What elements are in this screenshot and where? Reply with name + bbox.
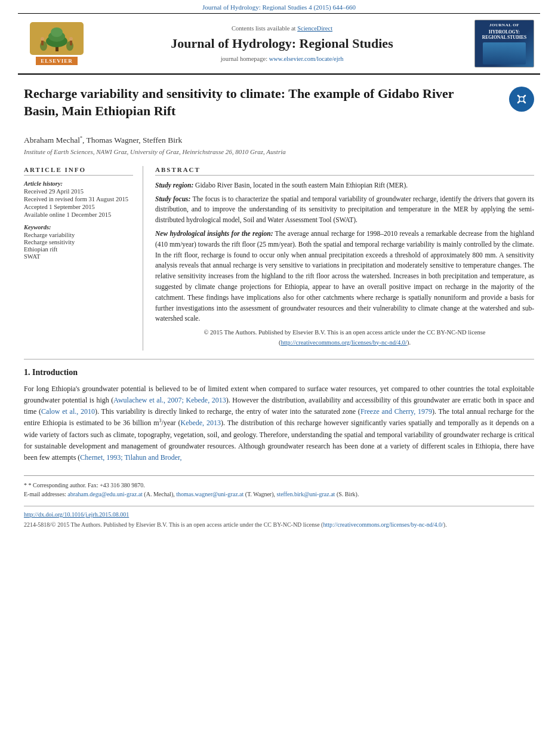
study-region-text: Gidabo River Basin, located in the south… (195, 182, 408, 189)
copyright-text: © 2015 The Authors. Published by Elsevie… (204, 329, 486, 345)
author-birk: Steffen Birk (143, 136, 182, 145)
corresponding-author-note: * * Corresponding author. Fax: +43 316 3… (24, 481, 534, 490)
keyword-3: Ethiopian rift (24, 246, 133, 253)
ref-kebede[interactable]: Kebede, 2013 (180, 419, 221, 427)
journal-title-section: Contents lists available at ScienceDirec… (95, 20, 468, 67)
journal-header: ELSEVIER Contents lists available at Sci… (18, 13, 540, 75)
footer-license-link[interactable]: http://creativecommons.org/licenses/by-n… (323, 521, 443, 528)
cc-license-link[interactable]: http://creativecommons.org/licenses/by-n… (280, 339, 407, 346)
article-info-panel: ARTICLE INFO Article history: Received 2… (24, 166, 143, 351)
article-info-heading: ARTICLE INFO (24, 166, 133, 176)
received-date: Received 29 April 2015 (24, 188, 133, 195)
abstract-heading: ABSTRACT (155, 166, 534, 176)
email3-link[interactable]: steffen.birk@uni-graz.at (277, 491, 335, 497)
journal-volume-link[interactable]: Journal of Hydrology: Regional Studies 4… (202, 4, 356, 11)
online-date: Available online 1 December 2015 (24, 211, 133, 218)
abstract-text: Study region: Gidabo River Basin, locate… (155, 180, 534, 348)
ref-calow[interactable]: Calow et al., 2010 (41, 407, 95, 416)
journal-cover-image: JOURNAL OF HYDROLOGY: REGIONAL STUDIES (468, 20, 540, 67)
info-abstract-section: ARTICLE INFO Article history: Received 2… (24, 166, 534, 351)
journal-homepage: journal homepage: www.elsevier.com/locat… (221, 56, 344, 62)
keywords-label: Keywords: (24, 224, 133, 231)
email1-link[interactable]: abraham.degu@edu.uni-graz.at (67, 491, 143, 497)
footer-bar: http://dx.doi.org/10.1016/j.ejrh.2015.08… (24, 506, 534, 529)
top-journal-link: Journal of Hydrology: Regional Studies 4… (0, 0, 558, 13)
homepage-link[interactable]: www.elsevier.com/locate/ejrh (269, 56, 344, 62)
crossmark-badge[interactable] (509, 87, 534, 112)
svg-rect-10 (70, 41, 72, 45)
study-region-label: Study region: (155, 182, 193, 189)
ref-chernet[interactable]: Chernet, 1993; Tilahun and Broder, (80, 453, 181, 462)
main-content: Recharge variability and sensitivity to … (0, 75, 558, 541)
footnote-section: * * Corresponding author. Fax: +43 316 3… (24, 475, 534, 499)
svg-rect-8 (41, 41, 44, 45)
elsevier-text: ELSEVIER (36, 57, 78, 65)
email2-link[interactable]: thomas.wagner@uni-graz.at (176, 491, 243, 497)
introduction-paragraph: For long Ethiopia's groundwater potentia… (24, 383, 534, 463)
keywords-section: Keywords: Recharge variability Recharge … (24, 224, 133, 260)
ref-awulachew[interactable]: Awulachew et al., 2007; Kebede, 2013 (113, 396, 226, 404)
svg-point-12 (519, 97, 524, 102)
hydrology-cover: JOURNAL OF HYDROLOGY: REGIONAL STUDIES (474, 20, 534, 67)
keyword-4: SWAT (24, 253, 133, 260)
corresponding-star: * (24, 482, 29, 488)
svg-point-4 (51, 27, 63, 37)
email-addresses-note: E-mail addresses: abraham.degu@edu.uni-g… (24, 490, 534, 499)
authors-line: Abraham Mechal*, Thomas Wagner, Steffen … (24, 135, 534, 145)
doi-link[interactable]: http://dx.doi.org/10.1016/j.ejrh.2015.08… (24, 511, 534, 518)
affiliation: Institute of Earth Sciences, NAWI Graz, … (24, 148, 534, 155)
article-title: Recharge variability and sensitivity to … (24, 85, 465, 119)
contents-line: Contents lists available at ScienceDirec… (232, 25, 332, 32)
copyright-line: © 2015 The Authors. Published by Elsevie… (155, 328, 534, 348)
new-insights-text: The average annual recharge for 1998–201… (155, 230, 534, 322)
elsevier-logo-section: ELSEVIER (18, 20, 95, 67)
ref-freeze[interactable]: Freeze and Cherry, 1979 (360, 407, 432, 416)
footer-license: 2214-5818/© 2015 The Authors. Published … (24, 520, 534, 529)
author-mechal: Abraham Mechal*, (24, 136, 87, 145)
svg-point-9 (69, 37, 73, 41)
section-divider (24, 359, 534, 359)
journal-title: Journal of Hydrology: Regional Studies (171, 35, 393, 53)
abstract-panel: ABSTRACT Study region: Gidabo River Basi… (155, 166, 534, 351)
svg-point-7 (41, 37, 44, 41)
author-wagner: Thomas Wagner, (87, 136, 143, 145)
study-focus-label: Study focus: (155, 195, 190, 202)
sciencedirect-link[interactable]: ScienceDirect (297, 25, 332, 32)
history-label: Article history: (24, 180, 133, 187)
new-insights-label: New hydrological insights for the region… (155, 230, 273, 237)
elsevier-tree-logo (30, 22, 84, 55)
keyword-1: Recharge variability (24, 232, 133, 238)
keyword-2: Recharge sensitivity (24, 239, 133, 245)
revised-date: Received in revised form 31 August 2015 (24, 196, 133, 202)
study-focus-text: The focus is to characterize the spatial… (155, 195, 534, 224)
introduction-heading: 1. Introduction (24, 368, 534, 377)
accepted-date: Accepted 1 September 2015 (24, 204, 133, 210)
